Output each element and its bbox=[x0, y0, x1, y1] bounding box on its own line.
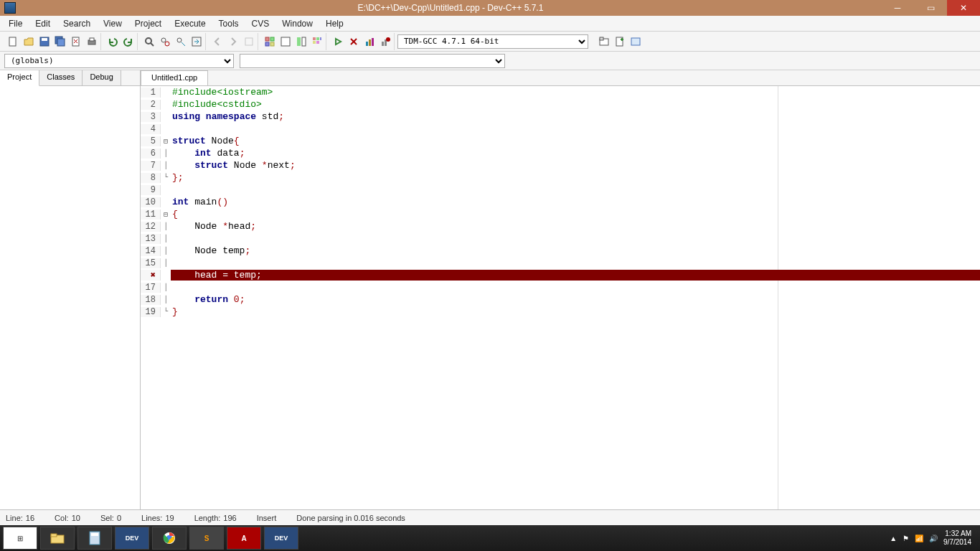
forward-icon[interactable] bbox=[226, 34, 240, 49]
code-line[interactable]: 17│ bbox=[141, 281, 980, 293]
save-icon[interactable] bbox=[37, 34, 52, 49]
side-tab-classes[interactable]: Classes bbox=[39, 70, 83, 85]
compiler-select[interactable]: TDM-GCC 4.7.1 64-bit bbox=[397, 34, 588, 49]
code-line[interactable]: 14│ Node temp; bbox=[141, 245, 980, 257]
run-icon[interactable] bbox=[278, 34, 293, 49]
new-project-icon[interactable] bbox=[597, 34, 611, 49]
menu-cvs[interactable]: CVS bbox=[246, 17, 275, 30]
task-calc[interactable] bbox=[77, 527, 112, 550]
back-icon[interactable] bbox=[210, 34, 225, 49]
tray-flag-icon[interactable]: ⚑ bbox=[903, 534, 909, 542]
menu-help[interactable]: Help bbox=[320, 17, 349, 30]
menu-window[interactable]: Window bbox=[276, 17, 319, 30]
code-line[interactable]: 9 bbox=[141, 184, 980, 196]
task-adobe[interactable]: A bbox=[227, 527, 261, 550]
task-explorer[interactable] bbox=[40, 527, 75, 550]
redo-icon[interactable] bbox=[121, 34, 136, 49]
svg-rect-23 bbox=[302, 37, 306, 46]
line-number: 17 bbox=[141, 283, 161, 293]
new-file-icon[interactable] bbox=[6, 34, 20, 49]
code-editor[interactable]: 1#include<iostream>2#include<cstdio>3usi… bbox=[141, 86, 980, 509]
svg-rect-25 bbox=[316, 37, 319, 40]
code-line[interactable]: 1#include<iostream> bbox=[141, 86, 980, 98]
task-devcpp2[interactable]: DEV bbox=[264, 527, 298, 550]
svg-rect-34 bbox=[382, 42, 384, 46]
compile-run-icon[interactable] bbox=[294, 34, 308, 49]
code-line[interactable]: 10int main() bbox=[141, 196, 980, 208]
compile-icon[interactable] bbox=[263, 34, 277, 49]
task-chrome[interactable] bbox=[152, 527, 187, 550]
line-number: 6 bbox=[141, 149, 161, 159]
close-button[interactable]: ✕ bbox=[947, 0, 980, 16]
status-bar: Line:16 Col:10 Sel:0 Lines:19 Length:196… bbox=[0, 509, 980, 525]
stop-debug-icon[interactable] bbox=[347, 34, 361, 49]
code-text: #include<cstdio> bbox=[171, 99, 980, 110]
tray-clock[interactable]: 1:32 AM 9/7/2014 bbox=[943, 529, 971, 547]
task-sublime[interactable]: S bbox=[189, 527, 224, 550]
code-line[interactable]: ✖ head = temp; bbox=[141, 269, 980, 281]
code-line[interactable]: 15│ bbox=[141, 257, 980, 269]
print-icon[interactable] bbox=[85, 34, 99, 49]
line-number: 18 bbox=[141, 295, 161, 305]
open-file-icon[interactable] bbox=[22, 34, 36, 49]
side-tab-debug[interactable]: Debug bbox=[83, 70, 121, 85]
maximize-button[interactable]: ▭ bbox=[914, 0, 947, 16]
code-line[interactable]: 4 bbox=[141, 123, 980, 135]
bookmark-icon[interactable] bbox=[242, 34, 256, 49]
fold-marker[interactable]: ⊟ bbox=[161, 137, 171, 146]
clock-time: 1:32 AM bbox=[943, 529, 971, 538]
members-select[interactable] bbox=[240, 54, 505, 68]
profile-icon[interactable] bbox=[362, 34, 377, 49]
goto-icon[interactable] bbox=[189, 34, 204, 49]
svg-rect-20 bbox=[270, 42, 274, 46]
menu-file[interactable]: File bbox=[3, 17, 28, 30]
file-tab[interactable]: Untitled1.cpp bbox=[141, 70, 208, 85]
code-line[interactable]: 6│ int data; bbox=[141, 147, 980, 159]
status-col-value: 10 bbox=[72, 514, 80, 522]
find-next-icon[interactable] bbox=[174, 34, 188, 49]
menu-search[interactable]: Search bbox=[57, 17, 96, 30]
svg-rect-2 bbox=[42, 38, 47, 41]
tray-volume-icon[interactable]: 🔊 bbox=[929, 534, 938, 542]
menu-view[interactable]: View bbox=[98, 17, 128, 30]
save-all-icon[interactable] bbox=[53, 34, 67, 49]
status-lines-value: 19 bbox=[165, 514, 174, 522]
fold-marker: │ bbox=[161, 247, 171, 255]
add-file-icon[interactable] bbox=[613, 34, 627, 49]
side-tab-project[interactable]: Project bbox=[0, 70, 39, 86]
code-line[interactable]: 12│ Node *head; bbox=[141, 220, 980, 232]
replace-icon[interactable] bbox=[158, 34, 172, 49]
close-file-icon[interactable] bbox=[69, 34, 83, 49]
svg-point-36 bbox=[386, 37, 390, 42]
code-line[interactable]: 3using namespace std; bbox=[141, 110, 980, 123]
svg-rect-9 bbox=[90, 38, 94, 41]
code-line[interactable]: 18│ return 0; bbox=[141, 293, 980, 306]
tray-chevron-icon[interactable]: ▲ bbox=[890, 534, 897, 542]
menu-tools[interactable]: Tools bbox=[213, 17, 245, 30]
code-line[interactable]: 13│ bbox=[141, 232, 980, 245]
code-line[interactable]: 19└} bbox=[141, 306, 980, 318]
menu-project[interactable]: Project bbox=[129, 17, 167, 30]
start-button[interactable]: ⊞ bbox=[3, 527, 37, 550]
delete-profile-icon[interactable] bbox=[378, 34, 392, 49]
code-line[interactable]: 8└}; bbox=[141, 171, 980, 184]
find-icon[interactable] bbox=[142, 34, 156, 49]
tray-network-icon[interactable]: 📶 bbox=[915, 534, 923, 542]
rebuild-icon[interactable] bbox=[310, 34, 324, 49]
undo-icon[interactable] bbox=[105, 34, 120, 49]
code-line[interactable]: 2#include<cstdio> bbox=[141, 98, 980, 110]
scope-select[interactable]: (globals) bbox=[4, 54, 234, 68]
code-line[interactable]: 7│ struct Node *next; bbox=[141, 159, 980, 171]
code-line[interactable]: 11⊟{ bbox=[141, 208, 980, 220]
menu-execute[interactable]: Execute bbox=[169, 17, 211, 30]
svg-rect-32 bbox=[369, 39, 371, 46]
menu-edit[interactable]: Edit bbox=[29, 17, 56, 30]
task-devcpp[interactable]: DEV bbox=[115, 527, 149, 550]
debug-icon[interactable] bbox=[331, 34, 345, 49]
minimize-button[interactable]: ─ bbox=[881, 0, 914, 16]
project-options-icon[interactable] bbox=[628, 34, 643, 49]
code-line[interactable]: 5⊟struct Node{ bbox=[141, 135, 980, 147]
app-icon bbox=[4, 2, 16, 14]
status-sel-label: Sel: bbox=[100, 514, 114, 522]
fold-marker[interactable]: ⊟ bbox=[161, 210, 171, 219]
